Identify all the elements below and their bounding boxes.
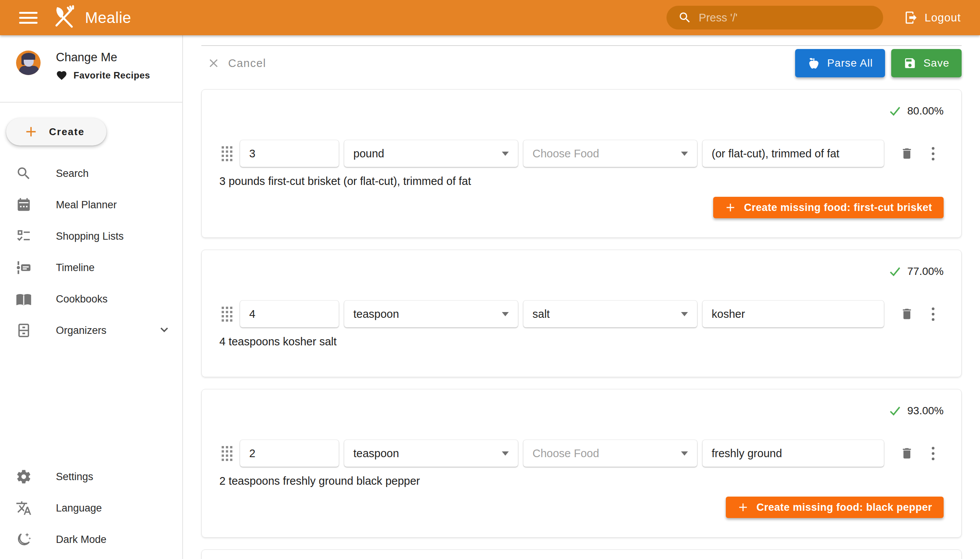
dots-vertical-icon — [932, 447, 934, 460]
ingredient-menu-button[interactable] — [921, 304, 937, 324]
dropdown-arrow-icon — [681, 152, 688, 156]
save-label: Save — [923, 57, 949, 69]
sidebar-item-settings[interactable]: Settings — [0, 461, 182, 492]
cancel-button[interactable]: Cancel — [202, 51, 272, 75]
unit-select[interactable]: teaspoon — [344, 440, 518, 467]
sidebar-item-dark-mode[interactable]: Dark Mode — [0, 524, 182, 555]
food-select[interactable]: salt — [523, 301, 697, 327]
plus-icon — [725, 202, 736, 213]
food-select-value: Choose Food — [532, 147, 599, 160]
next-card-sliver — [202, 549, 962, 559]
sidebar-nav: Search Meal Planner — [0, 158, 182, 346]
sidebar-item-search[interactable]: Search — [0, 158, 182, 189]
unit-select[interactable]: pound — [344, 140, 518, 167]
sidebar-item-cookbooks[interactable]: Cookbooks — [0, 283, 182, 315]
ingredient-fields-row: teaspoon Choose Food — [219, 440, 944, 467]
confidence-row: 93.00% — [219, 403, 944, 418]
dropdown-arrow-icon — [502, 152, 509, 156]
create-missing-food-label: Create missing food: black pepper — [757, 501, 932, 513]
parse-all-button[interactable]: Parse All — [795, 49, 886, 77]
sidebar-item-label: Cookbooks — [56, 293, 107, 305]
missing-food-row: Create missing food: first-cut brisket — [219, 197, 944, 218]
note-input[interactable] — [702, 301, 884, 327]
logout-button[interactable]: Logout — [899, 4, 966, 31]
logout-icon — [904, 10, 918, 25]
sidebar-item-language[interactable]: Language — [0, 492, 182, 524]
dots-vertical-icon — [932, 147, 934, 160]
sidebar-item-meal-planner[interactable]: Meal Planner — [0, 189, 182, 220]
create-button[interactable]: Create — [6, 118, 106, 146]
food-apple-icon — [807, 57, 820, 70]
user-block[interactable]: Change Me Favorite Recipes — [0, 35, 182, 91]
drag-handle-icon[interactable] — [219, 304, 235, 324]
content-divider — [202, 45, 962, 46]
sidebar: Change Me Favorite Recipes Create — [0, 35, 183, 559]
food-select[interactable]: Choose Food — [523, 140, 697, 167]
ingredient-menu-button[interactable] — [921, 144, 937, 164]
sidebar-item-label: Organizers — [56, 325, 106, 337]
quantity-input[interactable] — [240, 140, 339, 167]
sidebar-item-label: Shopping Lists — [56, 230, 124, 242]
parse-all-label: Parse All — [827, 57, 873, 69]
search-bar[interactable] — [666, 6, 883, 30]
avatar[interactable] — [16, 51, 41, 75]
quantity-input[interactable] — [240, 301, 339, 327]
create-missing-food-button[interactable]: Create missing food: black pepper — [726, 496, 944, 518]
create-missing-food-button[interactable]: Create missing food: first-cut brisket — [713, 197, 944, 218]
delete-ingredient-button[interactable] — [899, 144, 915, 164]
save-icon — [904, 57, 916, 70]
unit-select[interactable]: teaspoon — [344, 301, 518, 327]
trash-icon — [900, 147, 914, 160]
create-label: Create — [49, 126, 84, 138]
dropdown-arrow-icon — [502, 312, 509, 316]
trash-icon — [900, 307, 914, 321]
confidence-row: 77.00% — [219, 264, 944, 279]
logout-label: Logout — [924, 12, 961, 24]
note-input[interactable] — [702, 140, 884, 167]
translate-icon — [15, 499, 32, 516]
favorite-recipes-link[interactable]: Favorite Recipes — [56, 70, 150, 81]
food-select[interactable]: Choose Food — [523, 440, 697, 467]
sidebar-item-timeline[interactable]: Timeline — [0, 252, 182, 283]
app-header: Mealie Logout — [0, 0, 980, 35]
menu-icon[interactable] — [16, 5, 41, 30]
quantity-input[interactable] — [240, 440, 339, 467]
drag-handle-icon[interactable] — [219, 443, 235, 463]
search-icon — [678, 11, 692, 25]
sidebar-bottom-nav: Settings Language Dark Mode — [0, 461, 182, 559]
search-input[interactable] — [699, 12, 874, 24]
sidebar-item-shopping-lists[interactable]: Shopping Lists — [0, 220, 182, 252]
trash-icon — [900, 447, 914, 460]
drag-handle-icon[interactable] — [219, 144, 235, 164]
timeline-icon — [15, 259, 32, 276]
check-icon — [888, 404, 902, 418]
food-select-value: Choose Food — [532, 447, 599, 460]
chevron-down-icon — [158, 323, 171, 338]
sidebar-item-organizers[interactable]: Organizers — [0, 315, 182, 346]
ingredient-card: 93.00% teaspoon Choose Food 2 teaspo — [202, 389, 962, 538]
unit-select-value: teaspoon — [353, 447, 399, 460]
create-missing-food-label: Create missing food: first-cut brisket — [744, 202, 932, 213]
parser-toolbar: Cancel Parse All Save — [202, 49, 962, 77]
confidence-value: 77.00% — [907, 265, 944, 278]
cabinet-icon — [15, 322, 32, 339]
ingredient-card: 80.00% pound Choose Food 3 pounds fi — [202, 89, 962, 238]
unit-select-value: pound — [353, 147, 384, 160]
ingredient-menu-button[interactable] — [921, 443, 937, 463]
sidebar-item-label: Language — [56, 502, 102, 514]
favorites-label: Favorite Recipes — [73, 70, 150, 81]
sidebar-item-label: Meal Planner — [56, 199, 117, 211]
original-ingredient-text: 3 pounds first-cut brisket (or flat-cut)… — [219, 174, 944, 189]
note-input[interactable] — [702, 440, 884, 467]
search-icon — [15, 165, 32, 182]
plus-icon — [23, 124, 39, 140]
ingredient-fields-row: teaspoon salt — [219, 301, 944, 327]
checklist-icon — [15, 228, 32, 245]
ingredient-cards: 80.00% pound Choose Food 3 pounds fi — [202, 89, 962, 559]
delete-ingredient-button[interactable] — [899, 443, 915, 463]
save-button[interactable]: Save — [891, 49, 962, 77]
main-content: Cancel Parse All Save 80.00% p — [183, 35, 980, 559]
dropdown-arrow-icon — [502, 452, 509, 456]
delete-ingredient-button[interactable] — [899, 304, 915, 324]
cancel-label: Cancel — [228, 57, 266, 70]
